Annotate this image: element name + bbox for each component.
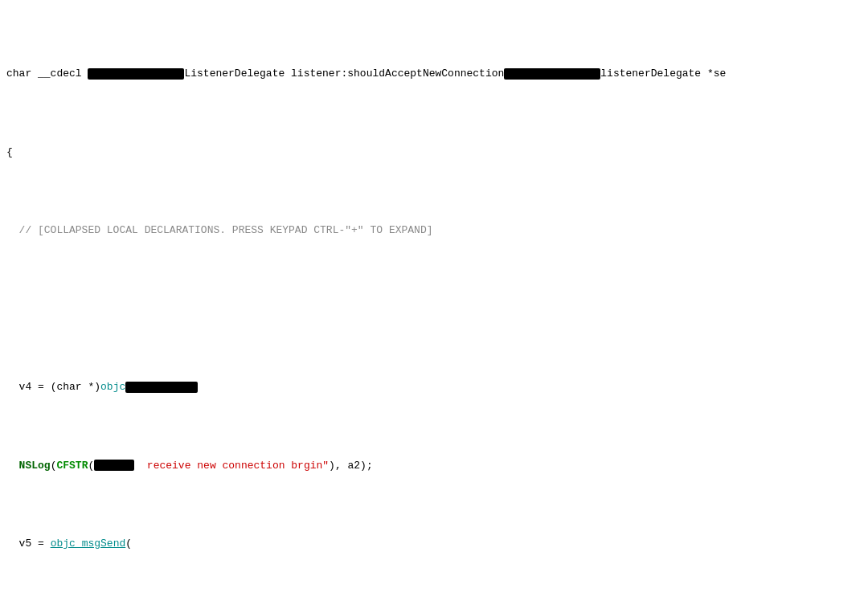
code-line-7: v5 = objc_msgSend( — [6, 536, 862, 552]
code-viewer: char __cdecl ListenerDelegate listener:s… — [0, 0, 868, 609]
code-line-5: v4 = (char *)objc — [6, 379, 862, 395]
code-line-2: { — [6, 145, 862, 161]
code-line-1: char __cdecl ListenerDelegate listener:s… — [6, 66, 862, 82]
code-line-4 — [6, 301, 862, 317]
code-line-3: // [COLLAPSED LOCAL DECLARATIONS. PRESS … — [6, 223, 862, 239]
code-line-6: NSLog(CFSTR( receive new connection brgi… — [6, 458, 862, 474]
